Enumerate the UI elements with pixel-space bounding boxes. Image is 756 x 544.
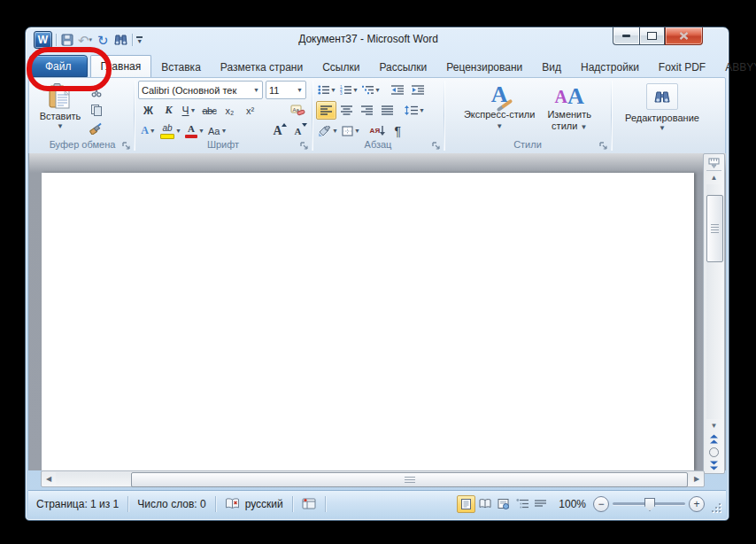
align-center-button[interactable] [336,101,357,120]
align-right-button[interactable] [357,101,377,120]
zoom-in-button[interactable]: + [689,496,705,512]
tab-file[interactable]: Файл [29,55,88,77]
zoom-level[interactable]: 100% [559,498,586,510]
show-marks-button[interactable]: ¶ [388,121,408,140]
font-size-combo[interactable]: 11 ▼ [266,81,306,99]
tab-page-layout[interactable]: Разметка страни [211,57,312,77]
quick-styles-button[interactable]: А Экспресс-стили ▼ [459,81,540,137]
previous-page-icon[interactable] [706,432,721,446]
zoom-out-button[interactable]: − [593,496,609,512]
grow-font-button[interactable]: А [267,121,288,140]
shading-button[interactable]: ▼ [316,121,340,140]
font-name-combo[interactable]: Calibri (Основной тек ▼ [138,81,263,99]
horizontal-scroll-thumb[interactable] [131,472,688,487]
line-spacing-caret-icon[interactable]: ▼ [419,107,425,113]
font-color-button[interactable]: А ▼ [183,121,206,140]
strikethrough-button[interactable]: abc [199,101,220,120]
scroll-up-icon[interactable]: ▲ [706,171,721,184]
close-button[interactable] [665,27,703,45]
highlight-caret-icon[interactable]: ▼ [175,128,181,134]
line-spacing-button[interactable]: ▼ [403,101,427,120]
language-status[interactable]: русский [243,498,286,510]
tab-references[interactable]: Ссылки [312,57,369,77]
font-dialog-launcher-icon[interactable] [299,141,309,151]
subscript-button[interactable]: х₂ [220,101,240,120]
tab-foxit-pdf[interactable]: Foxit PDF [649,57,715,77]
paragraph-dialog-launcher-icon[interactable] [431,141,441,151]
view-print-layout-button[interactable] [457,495,475,513]
paste-caret-icon[interactable]: ▼ [57,122,64,130]
underline-button[interactable]: Ч▼ [179,101,199,120]
undo-icon[interactable]: ↶▾ [78,32,92,48]
change-case-button[interactable]: Аа▼ [206,121,229,140]
copy-button[interactable] [86,101,106,118]
tab-addins[interactable]: Надстройки [571,57,649,77]
superscript-button[interactable]: х² [240,101,260,120]
text-effects-button[interactable]: А▼ [138,121,158,140]
quick-styles-caret-icon[interactable]: ▼ [496,120,503,132]
bullets-caret-icon[interactable]: ▼ [330,87,336,93]
format-painter-button[interactable] [86,120,106,137]
find-icon[interactable] [113,32,128,48]
styles-dialog-launcher-icon[interactable] [598,141,608,151]
ruler-toggle-icon[interactable] [706,155,721,171]
editing-caret-icon[interactable]: ▼ [659,124,666,132]
document-page[interactable] [42,173,694,470]
redo-icon[interactable]: ↺ [96,32,110,48]
highlight-button[interactable]: ab ▼ [158,121,183,140]
save-icon[interactable] [60,32,74,48]
tab-abbyy-pdf[interactable]: ABBYY PDF Trans [715,57,756,77]
vertical-scroll-track[interactable] [706,184,721,419]
view-outline-button[interactable] [513,495,531,513]
change-styles-button[interactable]: АA Изменить стили ▼ [542,81,597,137]
view-fullscreen-reading-button[interactable] [475,495,494,513]
multilevel-caret-icon[interactable]: ▼ [374,87,381,93]
horizontal-scroll-track[interactable] [56,472,690,486]
font-color-caret-icon[interactable]: ▼ [198,128,204,134]
sort-button[interactable]: АЯ [367,121,388,140]
increase-indent-button[interactable] [408,81,428,99]
zoom-slider-thumb[interactable] [644,498,655,511]
font-size-caret-icon[interactable]: ▼ [294,87,303,93]
text-effects-caret-icon[interactable]: ▼ [150,128,156,134]
word-count-status[interactable]: Число слов: 0 [135,498,208,510]
change-styles-caret-icon[interactable]: ▼ [580,123,587,131]
numbering-button[interactable]: 123 ▼ [338,81,360,99]
view-draft-button[interactable] [531,495,550,513]
editing-button[interactable]: Редактирование ▼ [618,81,706,132]
scroll-left-icon[interactable]: ◀ [42,472,56,486]
bold-button[interactable]: Ж [138,101,158,120]
undo-caret-icon[interactable]: ▾ [89,36,93,43]
clear-formatting-button[interactable]: Aa [288,101,308,120]
tab-insert[interactable]: Вставка [151,57,211,77]
scroll-right-icon[interactable]: ▶ [690,472,704,486]
vertical-scroll-thumb[interactable] [706,195,723,262]
cut-button[interactable] [86,82,106,99]
decrease-indent-button[interactable] [388,81,408,99]
title-bar[interactable]: W ↶▾ ↺ ▼ Документ37 - Micro [26,27,729,52]
restore-button[interactable] [639,27,665,45]
borders-button[interactable]: ▼ [340,121,362,140]
numbering-caret-icon[interactable]: ▼ [352,87,359,93]
tab-home[interactable]: Главная [90,55,152,77]
bullets-button[interactable]: ▼ [316,81,338,99]
minimize-button[interactable] [613,27,639,45]
select-browse-object-icon[interactable] [706,446,721,459]
shading-caret-icon[interactable]: ▼ [332,128,338,134]
multilevel-list-button[interactable]: ▼ [360,81,382,99]
tab-review[interactable]: Рецензировани [436,57,532,77]
page-number-status[interactable]: Страница: 1 из 1 [34,498,121,510]
clipboard-dialog-launcher-icon[interactable] [121,141,131,151]
macro-record-status[interactable] [299,498,319,509]
tab-view[interactable]: Вид [532,57,571,77]
proofing-status[interactable] [222,498,243,510]
justify-button[interactable] [377,101,397,120]
resize-grip[interactable] [712,503,721,512]
underline-caret-icon[interactable]: ▼ [190,107,197,113]
italic-button[interactable]: К [158,101,179,120]
view-web-layout-button[interactable] [494,495,513,513]
scroll-down-icon[interactable]: ▼ [706,419,721,432]
change-case-caret-icon[interactable]: ▼ [220,128,227,134]
align-left-button[interactable] [316,101,336,120]
zoom-slider-track[interactable] [613,502,685,505]
